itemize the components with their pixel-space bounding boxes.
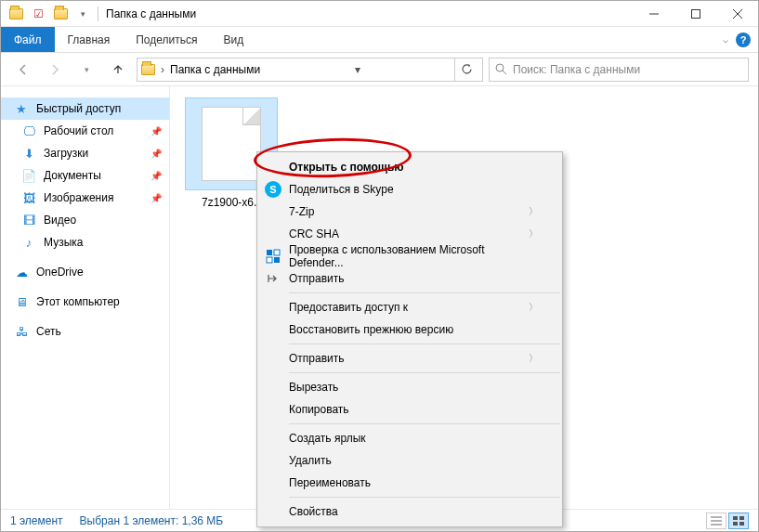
- svg-rect-16: [739, 522, 744, 526]
- download-icon: ⬇: [21, 146, 36, 161]
- tab-home[interactable]: Главная: [55, 27, 124, 52]
- music-icon: ♪: [21, 235, 36, 250]
- title-separator: [98, 6, 98, 21]
- svg-rect-13: [733, 516, 738, 520]
- recent-dropdown[interactable]: ▾: [73, 57, 99, 83]
- svg-rect-6: [267, 250, 272, 255]
- title-bar: ☑ ▾ Папка с данными: [1, 1, 758, 27]
- svg-rect-15: [733, 522, 738, 526]
- ctx-share[interactable]: Отправить: [257, 267, 562, 290]
- ctx-give-access[interactable]: Предоставить доступ к〉: [257, 296, 562, 318]
- sidebar-item-onedrive[interactable]: ☁ OneDrive: [1, 261, 169, 283]
- sidebar-item-network[interactable]: 🖧 Сеть: [1, 320, 169, 343]
- ctx-cut[interactable]: Вырезать: [257, 376, 562, 398]
- ctx-rename[interactable]: Переименовать: [257, 472, 562, 494]
- shield-icon: [265, 248, 281, 265]
- sidebar-item-label: Видео: [44, 214, 76, 227]
- folder-icon: [141, 64, 155, 75]
- window-controls: [633, 1, 758, 27]
- pin-icon: 📌: [150, 171, 162, 181]
- chevron-right-icon: 〉: [529, 301, 538, 314]
- sidebar-item-label: Музыка: [44, 236, 83, 249]
- svg-point-4: [496, 64, 504, 71]
- tab-view[interactable]: Вид: [210, 27, 256, 52]
- sidebar-item-music[interactable]: ♪ Музыка: [1, 231, 169, 253]
- sidebar-item-label: Загрузки: [44, 147, 88, 160]
- sidebar-item-label: OneDrive: [36, 266, 84, 279]
- ctx-open-with[interactable]: Открыть с помощью: [257, 156, 562, 178]
- sidebar-item-documents[interactable]: 📄 Документы 📌: [1, 164, 169, 187]
- ctx-defender[interactable]: Проверка с использованием Microsoft Defe…: [257, 245, 562, 267]
- pin-icon: 📌: [150, 126, 162, 136]
- address-bar-row: ▾ › Папка с данными ▾ Поиск: Папка с дан…: [1, 53, 758, 86]
- svg-rect-9: [274, 257, 280, 263]
- ribbon-expand-icon[interactable]: ⌵: [723, 34, 728, 45]
- tab-share[interactable]: Поделиться: [123, 27, 210, 52]
- sidebar-item-downloads[interactable]: ⬇ Загрузки 📌: [1, 142, 169, 164]
- icons-view-button[interactable]: [728, 513, 749, 529]
- back-button[interactable]: [10, 57, 36, 83]
- breadcrumb-chevron[interactable]: ›: [161, 63, 164, 76]
- ctx-delete[interactable]: Удалить: [257, 449, 562, 472]
- ctx-properties[interactable]: Свойства: [257, 500, 562, 523]
- ctx-copy[interactable]: Копировать: [257, 398, 562, 421]
- ctx-send-to[interactable]: Отправить〉: [257, 347, 562, 370]
- sidebar-item-pictures[interactable]: 🖼 Изображения 📌: [1, 187, 169, 209]
- separator: [289, 292, 560, 293]
- picture-icon: 🖼: [21, 190, 36, 205]
- separator: [289, 372, 560, 373]
- search-icon: [495, 63, 507, 75]
- address-dropdown-icon[interactable]: ▾: [349, 63, 366, 76]
- up-button[interactable]: [105, 57, 131, 83]
- context-menu: Открыть с помощью S Поделиться в Skype 7…: [256, 151, 563, 527]
- svg-rect-14: [739, 516, 744, 520]
- details-view-button[interactable]: [706, 513, 726, 529]
- help-icon[interactable]: ?: [736, 32, 751, 47]
- cloud-icon: ☁: [14, 265, 29, 279]
- forward-button[interactable]: [42, 57, 68, 83]
- sidebar-item-videos[interactable]: 🎞 Видео: [1, 209, 169, 231]
- ctx-crc-sha[interactable]: CRC SHA〉: [257, 223, 562, 245]
- svg-line-5: [503, 71, 506, 74]
- separator: [289, 423, 560, 424]
- properties-qat-icon[interactable]: ☑: [29, 5, 47, 23]
- ctx-7zip[interactable]: 7-Zip〉: [257, 201, 562, 223]
- new-folder-qat-icon[interactable]: [51, 5, 70, 23]
- sidebar-item-desktop[interactable]: 🖵 Рабочий стол 📌: [1, 120, 169, 142]
- share-icon: [265, 270, 281, 287]
- sidebar-item-this-pc[interactable]: 🖥 Этот компьютер: [1, 291, 169, 313]
- svg-rect-8: [267, 257, 272, 263]
- minimize-button[interactable]: [633, 1, 674, 27]
- svg-rect-1: [691, 9, 700, 18]
- qat-dropdown-icon[interactable]: ▾: [73, 5, 92, 23]
- sidebar-item-label: Этот компьютер: [36, 295, 120, 308]
- pin-icon: 📌: [150, 149, 162, 159]
- ctx-restore-version[interactable]: Восстановить прежнюю версию: [257, 318, 562, 341]
- video-icon: 🎞: [21, 213, 36, 227]
- separator: [289, 344, 560, 344]
- ctx-create-shortcut[interactable]: Создать ярлык: [257, 427, 562, 449]
- navigation-pane: ★ Быстрый доступ 🖵 Рабочий стол 📌 ⬇ Загр…: [1, 86, 170, 509]
- svg-rect-7: [274, 250, 280, 255]
- sidebar-item-label: Рабочий стол: [44, 124, 113, 137]
- refresh-button[interactable]: [454, 58, 478, 82]
- search-placeholder: Поиск: Папка с данными: [513, 63, 640, 76]
- document-icon: 📄: [21, 168, 36, 183]
- address-bar[interactable]: › Папка с данными ▾: [137, 58, 483, 82]
- sidebar-item-quick-access[interactable]: ★ Быстрый доступ: [1, 97, 169, 120]
- pc-icon: 🖥: [14, 294, 29, 309]
- desktop-icon: 🖵: [21, 123, 36, 138]
- maximize-button[interactable]: [674, 1, 716, 27]
- generic-file-icon: [202, 107, 261, 181]
- close-button[interactable]: [716, 1, 758, 27]
- breadcrumb-segment[interactable]: Папка с данными: [170, 63, 260, 76]
- ribbon-tabs: Файл Главная Поделиться Вид ⌵ ?: [1, 27, 758, 53]
- search-box[interactable]: Поиск: Папка с данными: [489, 58, 749, 82]
- tab-file[interactable]: Файл: [1, 27, 55, 52]
- separator: [289, 497, 560, 498]
- chevron-right-icon: 〉: [529, 352, 538, 365]
- ctx-skype-share[interactable]: S Поделиться в Skype: [257, 178, 562, 201]
- pin-icon: 📌: [150, 193, 162, 203]
- chevron-right-icon: 〉: [529, 205, 538, 218]
- chevron-right-icon: 〉: [529, 227, 538, 240]
